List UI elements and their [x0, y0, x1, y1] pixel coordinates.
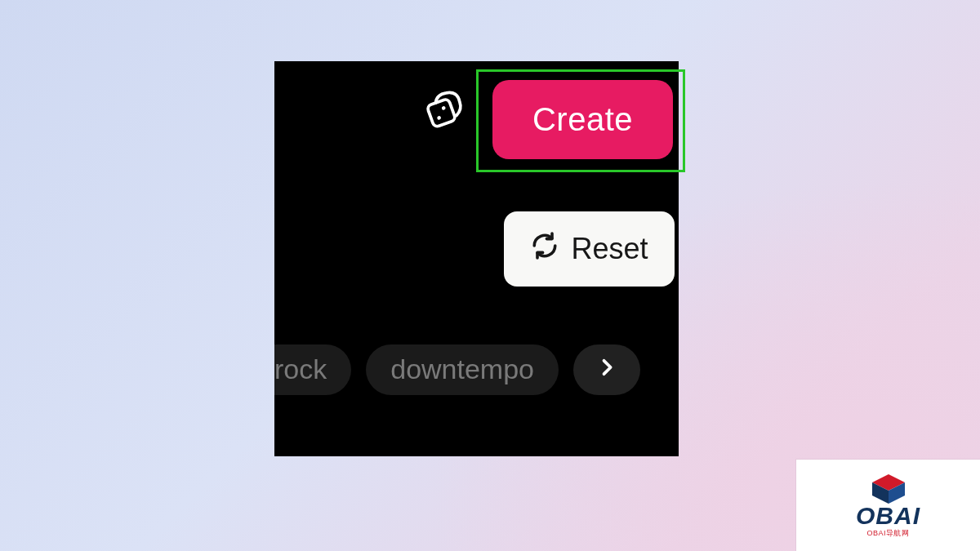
tags-next-button[interactable]	[573, 344, 640, 395]
dice-icon[interactable]	[424, 88, 470, 134]
tag-label: downtempo	[390, 353, 534, 385]
reset-button[interactable]: Reset	[504, 211, 675, 287]
create-button[interactable]: Create	[492, 80, 673, 159]
tag-downtempo[interactable]: downtempo	[366, 344, 559, 395]
tag-row: rock downtempo	[274, 339, 679, 400]
chevron-right-icon	[595, 353, 618, 385]
logo-subtitle: OBAI导航网	[866, 528, 909, 539]
page-canvas: Create Reset rock downtempo	[0, 0, 980, 551]
svg-point-1	[437, 115, 442, 120]
cube-icon	[869, 473, 908, 505]
reset-button-label: Reset	[571, 232, 648, 266]
create-button-label: Create	[532, 101, 633, 138]
svg-rect-0	[426, 98, 456, 127]
provider-logo-card: OBAI OBAI导航网	[796, 460, 980, 551]
reset-icon	[530, 231, 559, 268]
logo-word: OBAI	[856, 504, 920, 528]
tag-label: rock	[274, 353, 327, 385]
tag-rock[interactable]: rock	[274, 344, 351, 395]
svg-point-2	[441, 105, 446, 110]
